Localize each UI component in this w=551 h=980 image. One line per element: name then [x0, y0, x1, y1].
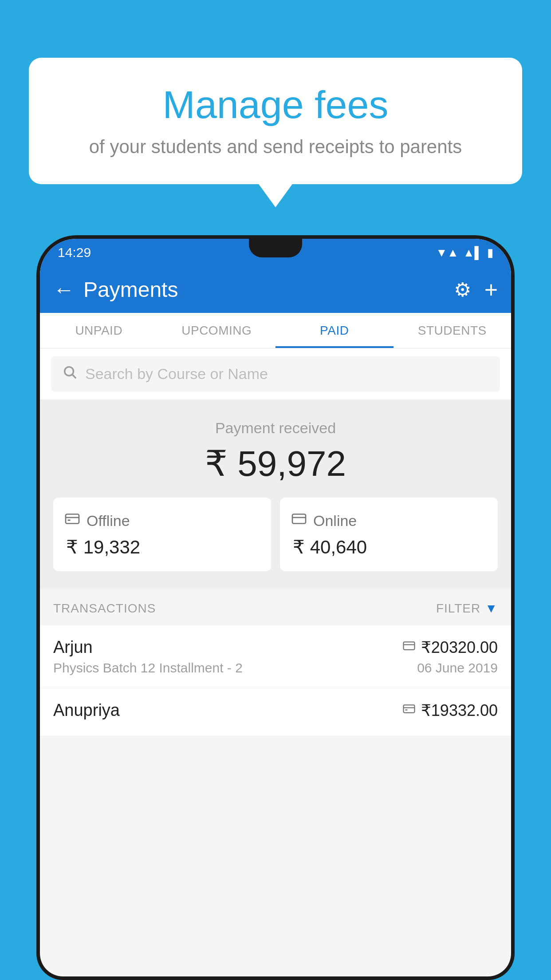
- transaction-name: Anupriya: [53, 701, 120, 720]
- gear-button[interactable]: ⚙: [454, 278, 471, 301]
- offline-card-header: Offline: [64, 511, 130, 531]
- back-button[interactable]: ←: [53, 277, 75, 302]
- filter-label: FILTER: [436, 601, 480, 616]
- tab-unpaid[interactable]: UNPAID: [40, 313, 158, 348]
- transaction-date: 06 June 2019: [417, 660, 498, 676]
- speech-bubble-container: Manage fees of your students and send re…: [29, 58, 522, 184]
- transaction-course: Physics Batch 12 Installment - 2: [53, 660, 243, 676]
- search-placeholder: Search by Course or Name: [85, 365, 268, 383]
- phone-inner: 14:29 ▼▲ ▲▌ ▮ ← Payments ⚙ + UNPAID UPCO…: [40, 239, 511, 976]
- offline-card: Offline ₹ 19,332: [53, 498, 271, 571]
- svg-rect-11: [405, 709, 407, 711]
- tab-upcoming[interactable]: UPCOMING: [158, 313, 276, 348]
- notch: [249, 239, 302, 257]
- payment-received-label: Payment received: [53, 419, 498, 437]
- transaction-amount-row: ₹20320.00: [402, 638, 498, 657]
- online-icon: [291, 511, 307, 531]
- battery-icon: ▮: [487, 246, 493, 260]
- search-box[interactable]: Search by Course or Name: [51, 356, 500, 391]
- transactions-label: TRANSACTIONS: [53, 601, 156, 616]
- payment-type-icon: [402, 639, 416, 656]
- search-container: Search by Course or Name: [40, 348, 511, 399]
- svg-rect-5: [292, 514, 306, 524]
- bubble-subtitle: of your students and send receipts to pa…: [55, 136, 496, 158]
- payment-amount: ₹ 59,972: [53, 443, 498, 484]
- app-bar: ← Payments ⚙ +: [40, 266, 511, 313]
- tabs-bar: UNPAID UPCOMING PAID STUDENTS: [40, 313, 511, 348]
- search-icon: [62, 364, 77, 383]
- transaction-name: Arjun: [53, 638, 93, 657]
- svg-point-0: [65, 367, 74, 376]
- online-card: Online ₹ 40,640: [280, 498, 498, 571]
- app-title: Payments: [83, 277, 454, 302]
- transaction-bottom: Physics Batch 12 Installment - 2 06 June…: [53, 660, 498, 676]
- add-button[interactable]: +: [484, 277, 498, 303]
- svg-rect-4: [68, 520, 71, 521]
- online-amount: ₹ 40,640: [291, 536, 367, 558]
- status-icons: ▼▲ ▲▌ ▮: [436, 246, 493, 260]
- tab-paid[interactable]: PAID: [276, 313, 394, 348]
- signal-icon: ▲▌: [463, 246, 483, 260]
- transaction-top: Arjun ₹20320.00: [53, 638, 498, 657]
- transaction-top: Anupriya ₹19332.00: [53, 701, 498, 720]
- transaction-amount-row: ₹19332.00: [402, 701, 498, 720]
- transaction-row[interactable]: Arjun ₹20320.00 Physics Batch 12 Install…: [40, 625, 511, 688]
- transactions-header: TRANSACTIONS FILTER ▼: [40, 589, 511, 625]
- filter-button[interactable]: FILTER ▼: [436, 601, 498, 616]
- status-bar: 14:29 ▼▲ ▲▌ ▮: [40, 239, 511, 266]
- payment-cards: Offline ₹ 19,332 Online ₹ 4: [53, 498, 498, 571]
- payment-received-section: Payment received ₹ 59,972 Offline: [40, 399, 511, 589]
- speech-bubble: Manage fees of your students and send re…: [29, 58, 522, 184]
- svg-rect-9: [403, 705, 414, 713]
- transaction-row[interactable]: Anupriya ₹19332.00: [40, 688, 511, 736]
- phone-frame: 14:29 ▼▲ ▲▌ ▮ ← Payments ⚙ + UNPAID UPCO…: [36, 235, 515, 980]
- offline-amount: ₹ 19,332: [64, 536, 140, 558]
- status-time: 14:29: [58, 245, 91, 260]
- offline-label: Offline: [87, 512, 130, 530]
- transaction-amount: ₹20320.00: [421, 638, 498, 657]
- transaction-amount: ₹19332.00: [421, 701, 498, 720]
- bubble-title: Manage fees: [55, 82, 496, 127]
- online-label: Online: [313, 512, 357, 530]
- svg-rect-2: [66, 514, 79, 524]
- wifi-icon: ▼▲: [436, 246, 458, 260]
- svg-rect-7: [403, 642, 414, 650]
- online-card-header: Online: [291, 511, 357, 531]
- payment-type-icon: [402, 702, 416, 719]
- tab-students[interactable]: STUDENTS: [394, 313, 512, 348]
- filter-icon: ▼: [485, 601, 498, 616]
- svg-line-1: [72, 375, 76, 378]
- offline-icon: [64, 511, 80, 531]
